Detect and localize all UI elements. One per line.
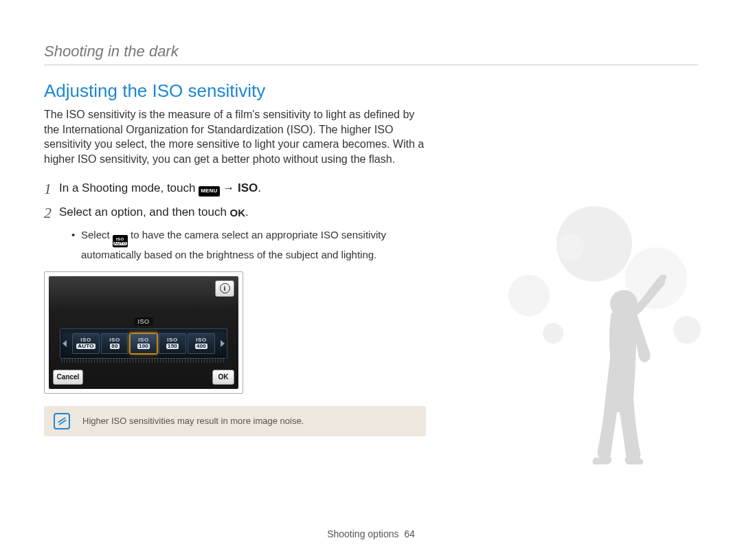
tick-marks bbox=[61, 358, 226, 363]
iso-auto-icon: ISOAUTO bbox=[113, 235, 128, 247]
period: . bbox=[258, 181, 261, 194]
breadcrumb: Shooting in the dark bbox=[44, 43, 698, 60]
note-box: Higher ISO sensitivities may result in m… bbox=[44, 406, 426, 436]
iso-option-400[interactable]: ISO 400 bbox=[188, 333, 215, 354]
page-footer: Shooting options 64 bbox=[0, 528, 742, 539]
chip-top: ISO bbox=[80, 337, 91, 343]
section-title: Adjusting the ISO sensitivity bbox=[44, 80, 429, 102]
content-column: Adjusting the ISO sensitivity The ISO se… bbox=[44, 80, 429, 436]
note-icon bbox=[54, 413, 70, 429]
child-silhouette bbox=[570, 275, 666, 467]
chip-bottom: 80 bbox=[110, 344, 119, 349]
step-2-text: Select an option, and then touch OK. bbox=[59, 204, 249, 221]
period: . bbox=[245, 205, 249, 219]
bullet-pre: Select bbox=[81, 229, 113, 240]
chip-bottom: 150 bbox=[166, 344, 179, 349]
info-button[interactable]: i bbox=[215, 280, 234, 297]
substep-text: Select ISOAUTO to have the camera select… bbox=[81, 227, 429, 262]
lcd-screenshot-frame: i ISO ISO AUTO ISO 80 ISO 100 bbox=[44, 271, 243, 394]
substep-bullet: • Select ISOAUTO to have the camera sele… bbox=[71, 227, 429, 262]
footer-page-number: 64 bbox=[404, 528, 415, 539]
chip-top: ISO bbox=[196, 337, 207, 343]
chip-top: ISO bbox=[167, 337, 178, 343]
step-1-text: In a Shooting mode, touch MENU → ISO. bbox=[59, 180, 261, 197]
iso-auto-bottom: AUTO bbox=[113, 242, 127, 245]
step-1: 1 In a Shooting mode, touch MENU → ISO. bbox=[44, 180, 429, 198]
ok-glyph: OK bbox=[230, 207, 246, 219]
chip-bottom: AUTO bbox=[76, 344, 95, 349]
iso-option-strip[interactable]: ISO AUTO ISO 80 ISO 100 ISO 150 bbox=[60, 328, 227, 359]
lcd-screen: i ISO ISO AUTO ISO 80 ISO 100 bbox=[49, 276, 238, 389]
scroll-left-icon[interactable] bbox=[63, 340, 67, 347]
intro-paragraph: The ISO sensitivity is the measure of a … bbox=[44, 107, 429, 166]
note-text: Higher ISO sensitivities may result in m… bbox=[82, 416, 304, 426]
info-icon: i bbox=[220, 283, 230, 293]
manual-page: Shooting in the dark Adjusting the ISO s… bbox=[0, 0, 742, 560]
chip-top: ISO bbox=[109, 337, 120, 343]
iso-option-150[interactable]: ISO 150 bbox=[159, 333, 186, 354]
chip-bottom: 100 bbox=[137, 344, 150, 349]
scroll-right-icon[interactable] bbox=[221, 340, 225, 347]
arrow: → bbox=[220, 181, 238, 194]
iso-label: ISO bbox=[238, 181, 258, 194]
menu-icon: MENU bbox=[199, 186, 219, 197]
step-1-pre: In a Shooting mode, touch bbox=[59, 181, 199, 194]
iso-title-label: ISO bbox=[134, 317, 153, 326]
bullet-dot: • bbox=[71, 227, 81, 262]
footer-section: Shooting options bbox=[327, 528, 398, 539]
cancel-button[interactable]: Cancel bbox=[53, 370, 83, 385]
svg-point-0 bbox=[610, 290, 638, 317]
decorative-art bbox=[453, 206, 701, 467]
chip-top: ISO bbox=[138, 337, 149, 343]
step-2: 2 Select an option, and then touch OK. bbox=[44, 204, 429, 222]
iso-option-100-selected[interactable]: ISO 100 bbox=[130, 333, 157, 354]
ok-button[interactable]: OK bbox=[212, 370, 234, 385]
iso-option-auto[interactable]: ISO AUTO bbox=[72, 333, 100, 354]
step-number: 1 bbox=[44, 180, 59, 198]
chip-bottom: 400 bbox=[195, 344, 207, 349]
step-2-pre: Select an option, and then touch bbox=[59, 205, 230, 219]
iso-option-80[interactable]: ISO 80 bbox=[101, 333, 128, 354]
divider bbox=[44, 65, 698, 65]
step-number: 2 bbox=[44, 204, 59, 222]
